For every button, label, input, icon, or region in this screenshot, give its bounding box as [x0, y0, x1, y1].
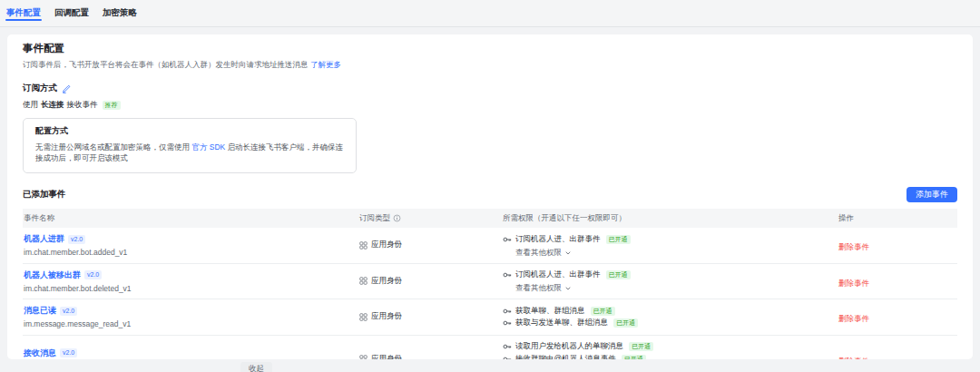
permissions-cell: 订阅机器人进、出群事件已开通查看其他权限: [503, 232, 838, 259]
opened-badge: 已开通: [606, 270, 631, 279]
permission-line: 订阅机器人进、出群事件已开通: [503, 269, 838, 280]
delete-event-button[interactable]: 删除事件: [838, 279, 869, 288]
event-name-cell: 机器人进群v2.0im.chat.member.bot.added_v1: [23, 233, 359, 257]
permissions-cell: 获取单聊、群组消息已开通获取与发送单聊、群组消息已开通: [503, 304, 838, 330]
event-name-link[interactable]: 机器人进群: [24, 233, 64, 245]
event-config-page: 事件配置回调配置加密策略 事件配置 订阅事件后，飞书开放平台将会在事件（如机器人…: [0, 0, 980, 372]
event-name-link[interactable]: 机器人被移出群: [24, 269, 81, 281]
view-other-permissions-label: 查看其他权限: [515, 283, 562, 294]
tab-bar: 事件配置回调配置加密策略: [0, 0, 980, 27]
mode-suffix: 接收事件: [67, 100, 98, 111]
sub-type-label: 应用身份: [371, 240, 402, 250]
add-event-button[interactable]: 添加事件: [906, 187, 957, 202]
chevron-down-icon: [564, 250, 572, 257]
column-header-sub-type: 订阅类型: [359, 213, 503, 224]
config-box-title: 配置方式: [35, 125, 344, 137]
view-other-permissions[interactable]: 查看其他权限: [515, 248, 838, 259]
app-identity-icon: [359, 277, 368, 285]
tab-1[interactable]: 回调配置: [54, 0, 90, 26]
page-subtitle-text: 订阅事件后，飞书开放平台将会在事件（如机器人入群）发生时向请求地址推送消息: [23, 60, 309, 69]
version-badge: v2.0: [68, 235, 85, 244]
config-box-desc: 无需注册公网域名或配置加密策略，仅需使用 官方 SDK 启动长连接飞书客户端，并…: [35, 142, 344, 164]
permission-line: 订阅机器人进、出群事件已开通: [503, 234, 838, 245]
key-icon: [503, 307, 512, 316]
actions-cell: 删除事件: [838, 308, 957, 325]
opened-badge: 已开通: [613, 318, 638, 328]
permission-line: 读取用户发给机器人的单聊消息已开通: [503, 341, 838, 352]
event-code: im.chat.member.bot.added_v1: [24, 248, 359, 257]
sub-type-label: 应用身份: [371, 354, 402, 360]
events-table: 事件名称 订阅类型 所需权限（开通以下任一权限即可）: [23, 209, 957, 359]
subscription-heading: 订阅方式: [23, 83, 57, 94]
column-header-sub-type-label: 订阅类型: [359, 213, 390, 224]
table-row: 消息已读v2.0im.message.message_read_v1应用身份获取…: [23, 299, 957, 335]
actions-cell: 删除事件: [838, 273, 957, 289]
permission-line: 接收群聊中@机器人消息事件已开通: [503, 354, 838, 360]
permission-line: 获取单聊、群组消息已开通: [503, 306, 838, 317]
learn-more-link[interactable]: 了解更多: [310, 60, 341, 69]
actions-cell: 删除事件: [838, 237, 957, 253]
permission-line: 获取与发送单聊、群组消息已开通: [503, 318, 838, 328]
chevron-down-icon: [564, 285, 572, 292]
sub-type-label: 应用身份: [371, 276, 402, 287]
table-body: 机器人进群v2.0im.chat.member.bot.added_v1应用身份…: [23, 228, 957, 359]
sub-type-cell: 应用身份: [359, 276, 503, 287]
opened-badge: 已开通: [591, 307, 615, 316]
column-header-actions: 操作: [838, 213, 957, 224]
key-icon: [503, 235, 512, 244]
table-row: 接收消息v2.0im.message.receive_v1应用身份读取用户发给机…: [23, 335, 957, 360]
recommended-badge: 推荐: [103, 101, 121, 110]
actions-cell: 删除事件: [838, 351, 957, 360]
config-method-box: 配置方式 无需注册公网域名或配置加密策略，仅需使用 官方 SDK 启动长连接飞书…: [23, 118, 357, 173]
column-header-permissions: 所需权限（开通以下任一权限即可）: [503, 213, 838, 224]
config-desc-prefix: 无需注册公网域名或配置加密策略，仅需使用: [35, 142, 190, 152]
info-icon[interactable]: [393, 214, 401, 222]
event-name-cell: 机器人被移出群v2.0im.chat.member.bot.deleted_v1: [23, 269, 359, 293]
opened-badge: 已开通: [606, 235, 631, 244]
subscription-heading-row: 订阅方式: [23, 83, 957, 94]
key-icon: [503, 270, 512, 279]
events-heading-row: 已添加事件 添加事件: [23, 187, 957, 202]
view-other-permissions[interactable]: 查看其他权限: [515, 283, 838, 294]
event-name-link[interactable]: 接收消息: [24, 348, 56, 359]
event-config-card: 事件配置 订阅事件后，飞书开放平台将会在事件（如机器人入群）发生时向请求地址推送…: [7, 34, 973, 359]
key-icon: [503, 342, 512, 351]
key-icon: [503, 318, 512, 328]
view-other-permissions-label: 查看其他权限: [515, 248, 562, 259]
permission-text: 订阅机器人进、出群事件: [515, 234, 601, 245]
version-badge: v2.0: [60, 307, 77, 316]
permission-text: 获取单聊、群组消息: [515, 306, 585, 317]
sub-type-cell: 应用身份: [359, 354, 503, 360]
sub-type-cell: 应用身份: [359, 240, 503, 250]
tab-2[interactable]: 加密策略: [102, 0, 138, 26]
app-identity-icon: [359, 355, 368, 359]
tab-0[interactable]: 事件配置: [5, 0, 42, 26]
opened-badge: 已开通: [629, 342, 653, 351]
event-name-link[interactable]: 消息已读: [24, 305, 56, 317]
permission-text: 获取与发送单聊、群组消息: [515, 318, 608, 328]
collapse-button[interactable]: 收起: [240, 362, 272, 372]
delete-event-button[interactable]: 删除事件: [838, 314, 869, 323]
app-identity-icon: [359, 313, 368, 321]
permission-text: 读取用户发给机器人的单聊消息: [515, 341, 623, 352]
events-heading: 已添加事件: [23, 189, 66, 201]
page-title: 事件配置: [23, 42, 957, 55]
permissions-cell: 订阅机器人进、出群事件已开通查看其他权限: [503, 269, 838, 295]
app-identity-icon: [359, 241, 368, 250]
mode-prefix: 使用: [23, 100, 38, 111]
event-code: im.chat.member.bot.deleted_v1: [24, 284, 359, 293]
delete-event-button[interactable]: 删除事件: [838, 242, 869, 251]
edit-icon[interactable]: [62, 84, 71, 93]
opened-badge: 已开通: [622, 355, 646, 360]
subscription-mode-line: 使用 长连接 接收事件 推荐: [23, 100, 957, 111]
table-row: 机器人进群v2.0im.chat.member.bot.added_v1应用身份…: [23, 228, 957, 263]
official-sdk-link[interactable]: 官方 SDK: [191, 142, 225, 152]
delete-event-button[interactable]: 删除事件: [838, 357, 869, 360]
key-icon: [503, 355, 512, 360]
page-subtitle: 订阅事件后，飞书开放平台将会在事件（如机器人入群）发生时向请求地址推送消息 了解…: [23, 60, 957, 71]
permission-text: 接收群聊中@机器人消息事件: [515, 354, 616, 360]
version-badge: v2.0: [84, 270, 102, 279]
event-code: im.message.message_read_v1: [24, 319, 359, 328]
permission-text: 订阅机器人进、出群事件: [515, 269, 601, 280]
sub-type-cell: 应用身份: [359, 311, 503, 322]
